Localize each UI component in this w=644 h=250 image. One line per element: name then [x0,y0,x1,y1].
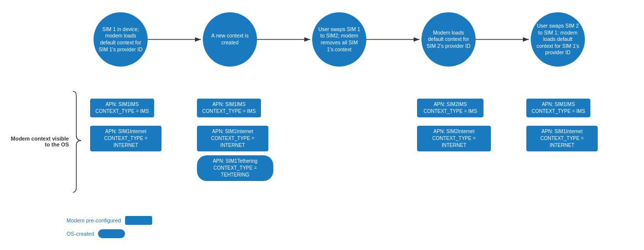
legend-os-created-label: OS-created [66,231,94,237]
ctx-b5a-text: APN: SIM1IMSCONTEXT_TYPE = IMS [532,102,585,114]
brace-label: Modem context visible to the OS [5,136,69,147]
circle-sim1-load-text: SIM 1 in device; modem loads default con… [98,26,143,53]
ctx-b4a-text: APN: SIM2IMSCONTEXT_TYPE = IMS [423,102,477,114]
legend-preconfigured: Modem pre-configured [66,216,152,225]
circle-new-context: A new context is created [203,12,257,67]
ctx-b5b: APN: SIM1InternetCONTEXT_TYPE = INTERNET [526,126,598,151]
circle-sim1-load: SIM 1 in device; modem loads default con… [94,12,148,67]
ctx-b2c-text: APN: SIM1TetheringCONTEXT_TYPE = TEHTERI… [213,158,258,178]
ctx-b1b-text: APN: SIM1InternetCONTEXT_TYPE = INTERNET [104,129,147,148]
circle-sim-swap1: User swaps SIM 1 to SIM2; modem removes … [312,12,366,67]
ctx-b1b: APN: SIM1InternetCONTEXT_TYPE = INTERNET [90,126,161,151]
circle-sim-swap2-text: User swaps SIM 2 to SIM 1; modem loads d… [536,23,580,56]
legend-preconfigured-label: Modem pre-configured [66,217,121,223]
circle-sim-swap1-text: User swaps SIM 1 to SIM2; modem removes … [317,26,361,53]
ctx-b4a: APN: SIM2IMSCONTEXT_TYPE = IMS [417,99,483,117]
ctx-b2b-text: APN: SIM1InternetCONTEXT_TYPE = INTERNET [211,129,254,148]
ctx-b2a: APN: SIM1IMSCONTEXT_TYPE = IMS [197,99,261,117]
brace-label-line2: to the OS [45,142,69,147]
legend-os-created-icon [98,229,125,238]
ctx-b2a-text: APN: SIM1IMSCONTEXT_TYPE = IMS [202,102,256,114]
ctx-b2c: APN: SIM1TetheringCONTEXT_TYPE = TEHTERI… [197,155,273,181]
legend-preconfigured-icon [125,216,152,225]
circle-sim2-load: Modem loads default context for SIM 2's … [421,12,476,67]
circle-new-context-text: A new context is created [208,33,252,46]
circle-sim-swap2: User swaps SIM 2 to SIM 1; modem loads d… [531,12,585,67]
ctx-b4b: APN: SIM2InternetCONTEXT_TYPE = INTERNET [417,126,491,151]
ctx-b5a: APN: SIM1IMSCONTEXT_TYPE = IMS [526,99,590,117]
ctx-b4b-text: APN: SIM2InternetCONTEXT_TYPE = INTERNET [432,129,476,148]
brace-label-line1: Modem context visible [11,136,69,142]
ctx-b1a-text: APN: SIM1IMSCONTEXT_TYPE = IMS [96,102,149,114]
legend-os-created: OS-created [66,229,125,238]
circle-sim2-load-text: Modem loads default context for SIM 2's … [426,30,471,50]
ctx-b5b-text: APN: SIM1InternetCONTEXT_TYPE = INTERNET [540,129,583,148]
ctx-b1a: APN: SIM1IMSCONTEXT_TYPE = IMS [90,99,154,117]
diagram-container: SIM 1 in device; modem loads default con… [0,0,644,250]
ctx-b2b: APN: SIM1InternetCONTEXT_TYPE = INTERNET [197,126,268,151]
